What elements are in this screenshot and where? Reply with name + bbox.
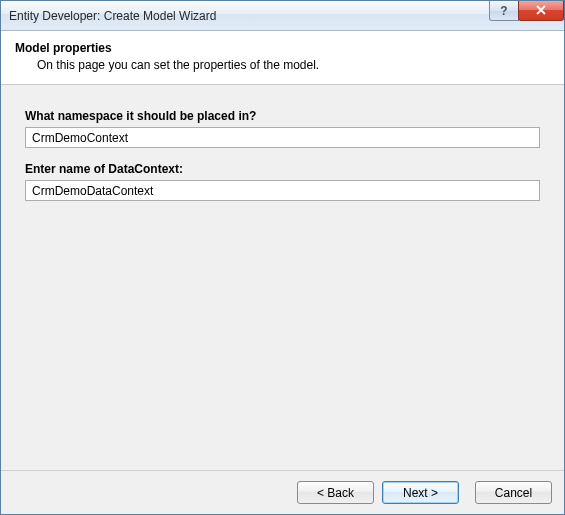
wizard-window: Entity Developer: Create Model Wizard ? … xyxy=(0,0,565,515)
close-button[interactable] xyxy=(518,1,564,21)
cancel-button[interactable]: Cancel xyxy=(475,481,552,504)
page-title: Model properties xyxy=(15,41,550,55)
datacontext-field-group: Enter name of DataContext: xyxy=(25,162,540,201)
footer: < Back Next > Cancel xyxy=(1,470,564,514)
help-icon: ? xyxy=(500,4,507,18)
next-button[interactable]: Next > xyxy=(382,481,459,504)
page-subtitle: On this page you can set the properties … xyxy=(15,58,550,72)
namespace-label: What namespace it should be placed in? xyxy=(25,109,540,123)
titlebar: Entity Developer: Create Model Wizard ? xyxy=(1,1,564,31)
datacontext-input[interactable] xyxy=(25,180,540,201)
namespace-input[interactable] xyxy=(25,127,540,148)
close-icon xyxy=(535,4,547,18)
datacontext-label: Enter name of DataContext: xyxy=(25,162,540,176)
help-button[interactable]: ? xyxy=(489,1,519,21)
window-title: Entity Developer: Create Model Wizard xyxy=(9,9,490,23)
header-panel: Model properties On this page you can se… xyxy=(1,31,564,85)
content-area: What namespace it should be placed in? E… xyxy=(1,85,564,470)
back-button[interactable]: < Back xyxy=(297,481,374,504)
namespace-field-group: What namespace it should be placed in? xyxy=(25,109,540,148)
titlebar-controls: ? xyxy=(490,1,564,30)
